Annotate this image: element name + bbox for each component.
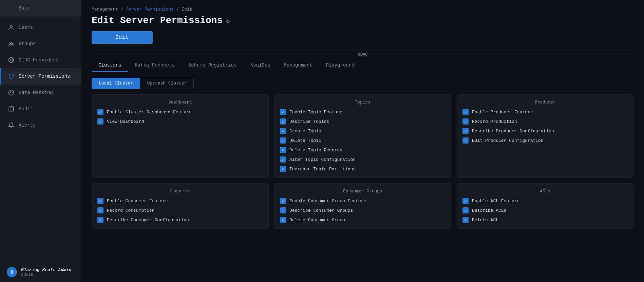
breadcrumb-server-permissions[interactable]: Server Permissions xyxy=(126,7,173,12)
svg-point-1 xyxy=(10,42,12,44)
perm-item[interactable]: ✓Create Topic xyxy=(280,128,446,134)
checkbox[interactable]: ✓ xyxy=(280,156,286,163)
perm-item[interactable]: ✓Describe Producer Configuration xyxy=(462,128,628,134)
perm-card-title-topics: Topics xyxy=(280,100,446,105)
cluster-btn-local[interactable]: Local Cluster xyxy=(92,78,140,89)
svg-line-8 xyxy=(10,61,11,62)
users-icon xyxy=(8,24,15,31)
perm-item[interactable]: ✓Delete Topic xyxy=(280,137,446,144)
sidebar-divider-1 xyxy=(0,18,81,18)
perm-item[interactable]: ✓Enable ACL Feature xyxy=(462,198,628,204)
sidebar-item-oidc-label: OIDC Providers xyxy=(19,57,59,63)
checkbox[interactable]: ✓ xyxy=(280,109,286,115)
oidc-icon xyxy=(8,57,15,63)
perm-item[interactable]: ✓Delete Consumer Group xyxy=(280,217,446,223)
sidebar-item-data-masking-label: Data Masking xyxy=(19,90,53,95)
perm-item[interactable]: ✓Describe Consumer Configuration xyxy=(97,217,263,223)
perm-card-dashboard: Dashboard✓Enable Cluster Dashboard Featu… xyxy=(92,94,269,178)
checkbox[interactable]: ✓ xyxy=(280,128,286,134)
perm-item[interactable]: ✓Delete ACL xyxy=(462,217,628,223)
perm-item[interactable]: ✓Record Consumption xyxy=(97,207,263,213)
checkbox[interactable]: ✓ xyxy=(97,207,103,213)
sidebar-item-data-masking[interactable]: Data Masking xyxy=(0,84,81,101)
breadcrumb-sep-2: / xyxy=(176,7,182,12)
perm-item[interactable]: ✓Describe ACLs xyxy=(462,207,628,213)
sidebar-item-audit-label: Audit xyxy=(19,106,33,112)
svg-point-4 xyxy=(10,59,12,61)
sidebar-item-users[interactable]: Users xyxy=(0,19,81,36)
checkbox[interactable]: ✓ xyxy=(462,207,469,213)
checkbox[interactable]: ✓ xyxy=(97,109,103,115)
perm-item[interactable]: ✓Enable Topic Feature xyxy=(280,109,446,115)
tab-management[interactable]: Management xyxy=(277,59,319,72)
checkbox[interactable]: ✓ xyxy=(280,137,286,144)
tab-clusters[interactable]: Clusters xyxy=(92,59,128,72)
sidebar-item-oidc[interactable]: OIDC Providers xyxy=(0,52,81,68)
perm-item-label: Enable Topic Feature xyxy=(289,110,342,115)
svg-point-0 xyxy=(10,25,12,27)
sidebar-item-groups[interactable]: Groups xyxy=(0,36,81,52)
perm-item[interactable]: ✓Delete Topic Records xyxy=(280,147,446,153)
refresh-icon[interactable]: ↻ xyxy=(226,17,230,24)
checkbox[interactable]: ✓ xyxy=(280,217,286,223)
perm-item[interactable]: ✓Describe Topics xyxy=(280,118,446,125)
perm-item-label: Describe Consumer Configuration xyxy=(107,218,189,223)
sidebar-item-audit[interactable]: Audit xyxy=(0,101,81,117)
sidebar-item-back[interactable]: ← Back xyxy=(0,0,81,16)
checkbox[interactable]: ✓ xyxy=(280,198,286,204)
perm-item[interactable]: ✓Enable Cluster Dashboard Feature xyxy=(97,109,263,115)
perm-card-title-acls: ACLs xyxy=(462,189,628,194)
rbac-tabs: Clusters Kafka Connects Schema Registrie… xyxy=(92,59,634,72)
checkbox[interactable]: ✓ xyxy=(280,207,286,213)
checkbox[interactable]: ✓ xyxy=(462,109,469,115)
perm-item[interactable]: ✓Enable Consumer Group Feature xyxy=(280,198,446,204)
edit-button[interactable]: Edit xyxy=(92,31,153,44)
bell-icon xyxy=(8,122,15,129)
sidebar-item-alerts[interactable]: Alerts xyxy=(0,117,81,133)
page-title: Edit Server Permissions xyxy=(92,15,223,26)
permissions-grid: Dashboard✓Enable Cluster Dashboard Featu… xyxy=(92,94,634,229)
perm-item[interactable]: ✓Enable Producer Feature xyxy=(462,109,628,115)
breadcrumb-management: Management xyxy=(92,7,118,12)
perm-item[interactable]: ✓View Dashboard xyxy=(97,118,263,125)
tab-schema-registries[interactable]: Schema Registries xyxy=(182,59,244,72)
perm-card-title-producer: Producer xyxy=(462,100,628,105)
perm-item[interactable]: ✓Enable Consumer Feature xyxy=(97,198,263,204)
svg-point-9 xyxy=(9,90,14,95)
perm-item-label: Record Consumption xyxy=(107,208,154,213)
svg-line-5 xyxy=(10,58,11,59)
checkbox[interactable]: ✓ xyxy=(97,198,103,204)
checkbox[interactable]: ✓ xyxy=(462,198,469,204)
cluster-btn-upstash[interactable]: Upstash Cluster xyxy=(140,78,194,89)
perm-item-label: Enable ACL Feature xyxy=(472,199,519,204)
page-title-container: Edit Server Permissions ↻ xyxy=(92,15,634,26)
checkbox[interactable]: ✓ xyxy=(280,166,286,172)
perm-item-label: Enable Producer Feature xyxy=(472,110,533,115)
perm-item[interactable]: ✓Increase Topic Partitions xyxy=(280,166,446,172)
tab-kafka-connects[interactable]: Kafka Connects xyxy=(128,59,182,72)
tab-ksqldbs[interactable]: KsqlDbs xyxy=(244,59,277,72)
rbac-label: RBAC xyxy=(92,51,634,57)
sidebar-item-server-permissions[interactable]: Server Permissions xyxy=(0,68,81,84)
perm-item[interactable]: ✓Describe Consumer Groups xyxy=(280,207,446,213)
checkbox[interactable]: ✓ xyxy=(462,118,469,125)
perm-card-title-dashboard: Dashboard xyxy=(97,100,263,105)
tab-playground[interactable]: Playground xyxy=(319,59,361,72)
perm-item-label: Delete Consumer Group xyxy=(289,218,345,223)
checkbox[interactable]: ✓ xyxy=(280,147,286,153)
checkbox[interactable]: ✓ xyxy=(97,217,103,223)
checkbox[interactable]: ✓ xyxy=(280,118,286,125)
perm-card-topics: Topics✓Enable Topic Feature✓Describe Top… xyxy=(274,94,451,178)
shield-icon xyxy=(8,73,15,80)
main-content: Management / Server Permissions / Edit E… xyxy=(81,0,644,282)
checkbox[interactable]: ✓ xyxy=(97,118,103,125)
avatar: B xyxy=(7,267,17,277)
perm-item-label: Edit Producer Configuration xyxy=(472,138,544,143)
groups-icon xyxy=(8,40,15,47)
perm-item[interactable]: ✓Alter Topic Configuration xyxy=(280,156,446,163)
perm-item[interactable]: ✓Record Production xyxy=(462,118,628,125)
checkbox[interactable]: ✓ xyxy=(462,128,469,134)
perm-item[interactable]: ✓Edit Producer Configuration xyxy=(462,137,628,144)
checkbox[interactable]: ✓ xyxy=(462,137,469,144)
checkbox[interactable]: ✓ xyxy=(462,217,469,223)
